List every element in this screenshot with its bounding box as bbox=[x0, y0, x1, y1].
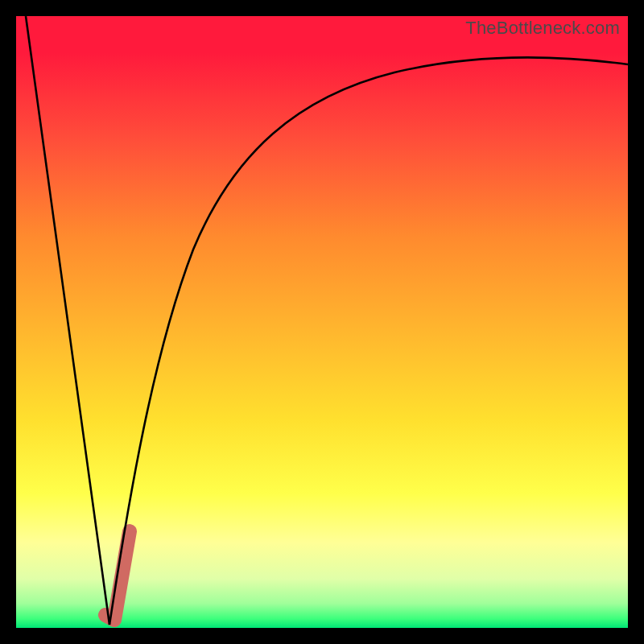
left-line bbox=[26, 16, 109, 625]
chart-frame: TheBottleneck.com bbox=[0, 0, 644, 644]
main-curve bbox=[109, 57, 628, 625]
plot-area: TheBottleneck.com bbox=[16, 16, 628, 628]
chart-svg bbox=[16, 16, 628, 628]
